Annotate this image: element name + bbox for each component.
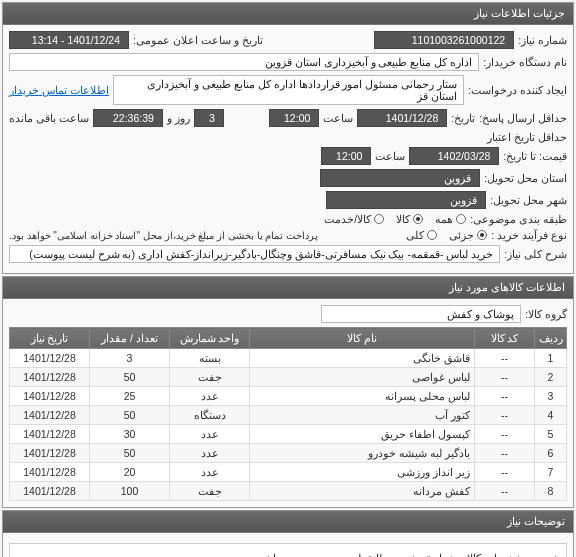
cell-unit: عدد xyxy=(170,463,250,482)
need-number-label: شماره نیاز: xyxy=(518,34,567,46)
cell-n: 8 xyxy=(535,482,567,501)
table-header-row: ردیف کد کالا نام کالا واحد شمارش تعداد /… xyxy=(10,328,567,349)
city-label: شهر محل تحویل: xyxy=(490,194,567,206)
send-time-label: ساعت xyxy=(323,112,353,124)
buyer-device-field: اداره کل منابع طبیعی و آبخیزداری استان ق… xyxy=(9,53,479,71)
note-box: شرح ومشخصات کالای خواسته شده مطابق لیست … xyxy=(9,543,567,557)
cell-qty: 50 xyxy=(90,368,170,387)
cell-code: -- xyxy=(475,387,535,406)
cell-qty: 50 xyxy=(90,406,170,425)
need-notes-panel: توضیحات نیاز شرح ومشخصات کالای خواسته شد… xyxy=(2,510,574,557)
table-row[interactable]: 7--زیر انداز ورزشیعدد201401/12/28 xyxy=(10,463,567,482)
credit-time-label: ساعت xyxy=(375,150,405,162)
announce-datetime-label: تاریخ و ساعت اعلان عمومی: xyxy=(133,34,263,46)
cell-n: 2 xyxy=(535,368,567,387)
cell-n: 7 xyxy=(535,463,567,482)
radio-partial-label: جزئی xyxy=(449,229,474,241)
cell-qty: 3 xyxy=(90,349,170,368)
cell-name: زیر انداز ورزشی xyxy=(250,463,475,482)
desc-field: خرید لباس -قمقمه- بیک نیک مسافرتی-قاشق و… xyxy=(9,245,500,263)
cell-date: 1401/12/28 xyxy=(10,482,90,501)
cell-unit: عدد xyxy=(170,444,250,463)
cell-qty: 50 xyxy=(90,444,170,463)
panel-body-1: شماره نیاز: 1101003261000122 تاریخ و ساع… xyxy=(3,25,573,273)
cell-unit: عدد xyxy=(170,387,250,406)
need-number-field: 1101003261000122 xyxy=(374,31,514,49)
radio-total[interactable]: کلی xyxy=(406,229,437,241)
until-label-1: تاریخ: xyxy=(451,112,475,124)
credit-time-field: 12:00 xyxy=(321,147,371,165)
send-deadline-date: 1401/12/28 xyxy=(357,109,447,127)
cell-qty: 30 xyxy=(90,425,170,444)
radio-service[interactable]: کالا/خدمت xyxy=(324,213,384,225)
cell-name: بادگیر لبه شیشه خودرو xyxy=(250,444,475,463)
creator-label: ایجاد کننده درخواست: xyxy=(468,84,567,96)
province-field: قزوین xyxy=(320,169,480,187)
panel-header-2: اطلاعات کالاهای مورد نیاز xyxy=(3,277,573,299)
cell-qty: 20 xyxy=(90,463,170,482)
note-line-1: شرح ومشخصات کالای خواسته شده مطابق لیست … xyxy=(16,550,560,557)
cell-unit: بسته xyxy=(170,349,250,368)
cell-n: 4 xyxy=(535,406,567,425)
cell-n: 1 xyxy=(535,349,567,368)
cell-n: 5 xyxy=(535,425,567,444)
table-row[interactable]: 2--لباس غواصیجفت501401/12/28 xyxy=(10,368,567,387)
buyer-contact-link[interactable]: اطلاعات تماس خریدار xyxy=(9,84,109,96)
cell-date: 1401/12/28 xyxy=(10,463,90,482)
city-field: قزوین xyxy=(326,191,486,209)
panel-header-3: توضیحات نیاز xyxy=(3,511,573,533)
goods-info-panel: اطلاعات کالاهای مورد نیاز گروه کالا: پوش… xyxy=(2,276,574,508)
send-deadline-label: حداقل ارسال پاسخ: xyxy=(479,112,567,124)
table-row[interactable]: 1--قاشق خانگیبسته31401/12/28 xyxy=(10,349,567,368)
table-row[interactable]: 5--کپسول اطفاء حریقعدد301401/12/28 xyxy=(10,425,567,444)
cell-date: 1401/12/28 xyxy=(10,425,90,444)
radio-all[interactable]: همه xyxy=(435,213,466,225)
radio-service-label: کالا/خدمت xyxy=(324,213,371,225)
cell-qty: 25 xyxy=(90,387,170,406)
cell-date: 1401/12/28 xyxy=(10,387,90,406)
cell-name: کتور آب xyxy=(250,406,475,425)
table-row[interactable]: 8--کفش مردانهجفت1001401/12/28 xyxy=(10,482,567,501)
buy-type-radios: جزئی کلی xyxy=(406,229,487,241)
desc-label: شرح کلی نیاز: xyxy=(504,248,567,260)
radio-total-label: کلی xyxy=(406,229,424,241)
radio-goods[interactable]: کالا xyxy=(396,213,423,225)
cell-qty: 100 xyxy=(90,482,170,501)
cell-code: -- xyxy=(475,368,535,387)
th-code: کد کالا xyxy=(475,328,535,349)
credit-deadline-date: 1402/03/28 xyxy=(409,147,499,165)
group-label: گروه کالا: xyxy=(525,308,567,320)
day-value: 3 xyxy=(194,109,224,127)
table-row[interactable]: 6--بادگیر لبه شیشه خودروعدد501401/12/28 xyxy=(10,444,567,463)
radio-all-label: همه xyxy=(435,213,453,225)
announce-datetime-field: 1401/12/24 - 13:14 xyxy=(9,31,129,49)
cell-n: 6 xyxy=(535,444,567,463)
radio-goods-label: کالا xyxy=(396,213,410,225)
subject-class-radios: همه کالا کالا/خدمت xyxy=(324,213,466,225)
day-label: روز و xyxy=(167,112,190,124)
radio-partial[interactable]: جزئی xyxy=(449,229,487,241)
price-until-label: قیمت: تا تاریخ: xyxy=(503,150,567,162)
th-qty: تعداد / مقدار xyxy=(90,328,170,349)
cell-unit: جفت xyxy=(170,368,250,387)
table-row[interactable]: 4--کتور آبدستگاه501401/12/28 xyxy=(10,406,567,425)
table-row[interactable]: 3--لباس محلی پسرانهعدد251401/12/28 xyxy=(10,387,567,406)
cell-date: 1401/12/28 xyxy=(10,406,90,425)
cell-code: -- xyxy=(475,482,535,501)
cell-date: 1401/12/28 xyxy=(10,444,90,463)
subject-class-label: طبقه بندی موضوعی: xyxy=(470,213,567,225)
cell-code: -- xyxy=(475,425,535,444)
province-label: استان محل تحویل: xyxy=(484,172,567,184)
send-time-field: 12:00 xyxy=(269,109,319,127)
remain-label: ساعت باقی مانده xyxy=(9,112,89,124)
need-details-panel: جزئیات اطلاعات نیاز شماره نیاز: 11010032… xyxy=(2,2,574,274)
remain-value: 22:36:39 xyxy=(93,109,163,127)
cell-name: کفش مردانه xyxy=(250,482,475,501)
th-name: نام کالا xyxy=(250,328,475,349)
buy-type-label: نوع فرآیند خرید : xyxy=(491,229,567,241)
cell-code: -- xyxy=(475,463,535,482)
cell-unit: جفت xyxy=(170,482,250,501)
cell-code: -- xyxy=(475,406,535,425)
cell-n: 3 xyxy=(535,387,567,406)
payment-note: پرداخت تمام یا بخشی از مبلغ خرید،از محل … xyxy=(9,230,318,241)
